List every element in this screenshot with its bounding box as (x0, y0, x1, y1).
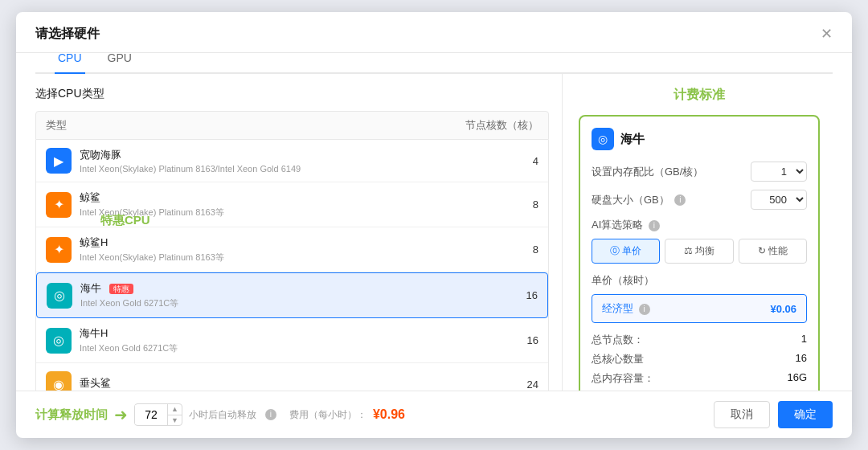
info-grid: 总节点数： 1 总核心数量 16 总内存容量： 16G (592, 333, 807, 386)
economy-info-icon: i (639, 304, 650, 315)
cpu-icon-jinji: ✦ (46, 192, 72, 218)
ai-strategy: AI算选策略 i ⓪ 单价 ⚖ 均衡 ↻ 性能 (592, 218, 807, 264)
strategy-btn-unit[interactable]: ⓪ 单价 (592, 239, 660, 264)
cpu-name-hainiuh: 海牛H (80, 326, 178, 341)
cpu-icon-hainiu: ◎ (47, 283, 72, 309)
time-spinners: ▲ ▼ (167, 404, 182, 426)
cpu-cores-hainiuh: 16 (527, 334, 538, 346)
cost-label: 费用（每小时）： (289, 408, 366, 422)
cpu-name-hainiu: 海牛 特惠 (80, 281, 178, 296)
cpu-item-hainiuh[interactable]: ◎ 海牛H Intel Xeon Gold 6271C等 16 (36, 318, 548, 363)
annotation-compute-time: 计算释放时间 (35, 407, 108, 423)
col-cores: 节点核数（核） (465, 118, 538, 133)
dialog-body: 选择CPU类型 类型 节点核数（核） ▶ 宽吻海豚 Intel Xeon(Sky… (16, 74, 852, 391)
cpu-icon-jinjish: ✦ (46, 237, 72, 263)
ai-strategy-info-icon: i (649, 220, 660, 231)
annotation-tihui-cpu: 特惠CPU (100, 213, 150, 227)
dialog-footer: 计算释放时间 ➜ ▲ ▼ 小时后自动释放 i 费用（每小时）： ¥0.96 取消… (16, 391, 852, 438)
pricing-box: ◎ 海牛 设置内存配比（GB/核） 1248 硬盘大小（GB） i (579, 115, 820, 391)
tab-bar: CPU GPU (35, 51, 833, 74)
time-input-wrap[interactable]: ▲ ▼ (134, 403, 182, 427)
cpu-icon-chuixie: ◉ (46, 371, 72, 391)
cpu-desc-hainiu: Intel Xeon Gold 6271C等 (80, 297, 178, 309)
auto-release-text: 小时后自动释放 (189, 408, 256, 422)
cpu-cores-kuyu: 4 (533, 155, 538, 167)
close-icon[interactable]: ✕ (821, 25, 833, 52)
strategy-buttons: ⓪ 单价 ⚖ 均衡 ↻ 性能 (592, 239, 807, 264)
footer-left: 计算释放时间 ➜ ▲ ▼ 小时后自动释放 i 费用（每小时）： ¥0.96 (35, 403, 405, 427)
col-type: 类型 (46, 118, 67, 133)
cpu-item-chuixie[interactable]: ◉ 垂头鲨 24 (36, 363, 548, 391)
cpu-item-kuyu[interactable]: ▶ 宽吻海豚 Intel Xeon(Skylake) Platinum 8163… (36, 140, 548, 182)
info-row-cores: 总核心数量 16 (592, 352, 807, 366)
pricing-header-name: 海牛 (620, 132, 645, 147)
cpu-desc-hainiuh: Intel Xeon Gold 6271C等 (80, 342, 178, 354)
cpu-cores-hainiu: 16 (526, 289, 538, 301)
memory-label: 设置内存配比（GB/核） (592, 165, 703, 179)
cpu-cores-jinji: 8 (533, 198, 538, 211)
cpu-desc-jinjish: Intel Xeon(Skylake) Platinum 8163等 (80, 252, 224, 264)
cpu-desc-kuyu: Intel Xeon(Skylake) Platinum 8163/Intel … (80, 164, 301, 174)
cost-value: ¥0.96 (373, 407, 405, 422)
info-row-nodes: 总节点数： 1 (592, 333, 807, 347)
time-spin-up[interactable]: ▲ (168, 404, 182, 415)
time-input[interactable] (135, 405, 167, 424)
ai-strategy-label: AI算选策略 i (592, 218, 807, 232)
arrow-icon: ➜ (114, 405, 128, 424)
cpu-cores-jinjish: 8 (533, 243, 538, 256)
left-panel: 选择CPU类型 类型 节点核数（核） ▶ 宽吻海豚 Intel Xeon(Sky… (16, 74, 563, 391)
cpu-name-jinji: 鲸鲨 (80, 190, 224, 205)
dialog: 请选择硬件 ✕ CPU GPU 选择CPU类型 类型 节点核数（核） (16, 12, 852, 438)
cancel-button[interactable]: 取消 (714, 401, 770, 428)
table-header: 类型 节点核数（核） (35, 111, 549, 140)
cpu-name-jinjish: 鲸鲨H (80, 235, 224, 250)
time-spin-down[interactable]: ▼ (168, 415, 182, 426)
dialog-header: 请选择硬件 ✕ (16, 12, 852, 53)
badge-special: 特惠 (109, 284, 133, 294)
disk-info-icon: i (674, 194, 686, 206)
memory-row: 设置内存配比（GB/核） 1248 (592, 162, 807, 182)
dialog-title: 请选择硬件 (35, 26, 100, 52)
tab-cpu[interactable]: CPU (55, 51, 85, 74)
unit-row: 单价（核时） (592, 273, 807, 288)
auto-release-info-icon: i (265, 409, 276, 420)
tab-gpu[interactable]: GPU (104, 51, 135, 74)
economy-box: 经济型 i ¥0.06 (592, 294, 807, 323)
section-title: 选择CPU类型 (35, 87, 562, 101)
cpu-icon-kuyu: ▶ (46, 148, 72, 174)
info-row-memory: 总内存容量： 16G (592, 371, 807, 386)
footer-right: 取消 确定 (714, 401, 833, 428)
cpu-item-jinjish[interactable]: ✦ 鲸鲨H Intel Xeon(Skylake) Platinum 8163等… (36, 227, 548, 272)
strategy-btn-balance[interactable]: ⚖ 均衡 (665, 239, 733, 264)
disk-select[interactable]: 5001000 (751, 190, 807, 210)
disk-row: 硬盘大小（GB） i 5001000 (592, 190, 807, 210)
cpu-item-hainiu[interactable]: ◎ 海牛 特惠 Intel Xeon Gold 6271C等 16 (36, 272, 548, 318)
cpu-name-chuixie: 垂头鲨 (80, 376, 111, 391)
strategy-btn-perf[interactable]: ↻ 性能 (739, 239, 807, 264)
economy-price: ¥0.06 (770, 303, 796, 315)
confirm-button[interactable]: 确定 (778, 401, 833, 428)
pricing-header: ◎ 海牛 (592, 128, 807, 150)
right-panel: 计费标准 ◎ 海牛 设置内存配比（GB/核） 1248 硬盘大小 (563, 74, 836, 391)
cpu-list: ▶ 宽吻海豚 Intel Xeon(Skylake) Platinum 8163… (35, 140, 549, 391)
economy-label: 经济型 i (602, 301, 650, 316)
cpu-cores-chuixie: 24 (527, 378, 538, 391)
pricing-title: 计费标准 (579, 87, 820, 104)
pricing-header-icon: ◎ (592, 128, 614, 150)
disk-label: 硬盘大小（GB） i (592, 193, 686, 207)
cpu-name-kuyu: 宽吻海豚 (80, 148, 301, 162)
memory-select[interactable]: 1248 (751, 162, 807, 182)
cpu-icon-hainiuh: ◎ (46, 328, 72, 354)
